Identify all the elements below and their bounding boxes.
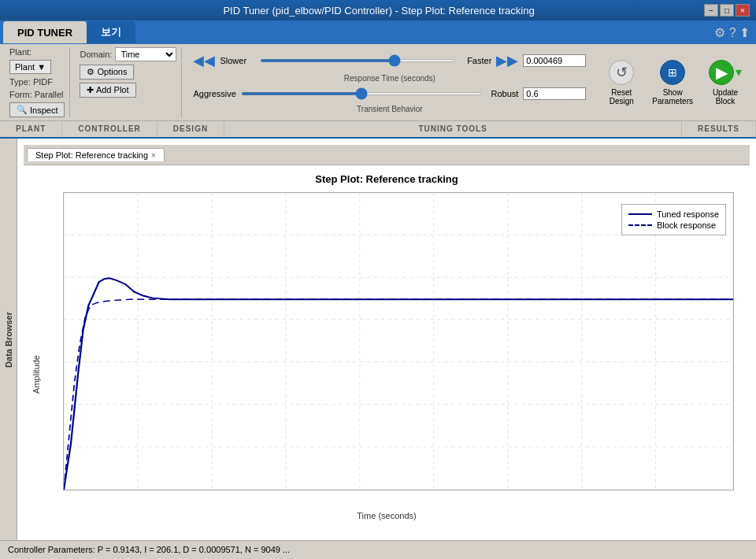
slower-label: Slower (220, 56, 255, 65)
plot-title: Step Plot: Reference tracking (32, 173, 742, 185)
legend-block: Block response (628, 220, 719, 230)
section-design: DESIGN (158, 121, 224, 137)
legend-tuned: Tuned response (628, 209, 719, 219)
plot-tab-bar: Step Plot: Reference tracking × (24, 145, 750, 165)
x-axis-label: Time (seconds) (357, 511, 416, 520)
response-time-row: ◀◀ Slower Faster ▶▶ (193, 52, 586, 69)
plant-label: Plant: (9, 47, 32, 57)
chart-svg-area: 0 0.2 0.4 0.6 0.8 1 1.2 1.4 0 0.5 1 1.5 … (63, 192, 734, 491)
update-dropdown-arrow[interactable]: ▾ (736, 65, 742, 80)
chart-wrapper: Amplitude (32, 188, 742, 522)
status-text: Controller Parameters: P = 0.9143, I = 2… (8, 545, 290, 554)
minimize-button[interactable]: − (704, 4, 718, 17)
section-results: RESULTS (682, 121, 756, 137)
section-plant: PLANT (0, 121, 62, 137)
aggressive-label: Aggressive (193, 89, 235, 98)
tuned-line-sample (628, 213, 652, 215)
plot-container: Step Plot: Reference tracking × Step Plo… (17, 139, 756, 540)
main-toolbar: Plant: Plant ▼ Type: PIDF Form: Parallel… (0, 44, 756, 121)
section-controller: CONTROLLER (62, 121, 157, 137)
form-label: Form: Parallel (9, 90, 63, 99)
inspect-button[interactable]: 🔍 Inspect (9, 102, 65, 117)
slower-arrow[interactable]: ◀◀ (193, 52, 215, 69)
reset-icon: ↺ (609, 60, 634, 85)
maximize-button[interactable]: □ (720, 4, 734, 17)
transient-row: Aggressive Robust (193, 87, 586, 100)
robust-label: Robust (487, 89, 518, 98)
transient-input[interactable] (523, 87, 586, 100)
tab-bogi[interactable]: 보기 (87, 21, 135, 43)
main-tab-bar: PID TUNER 보기 ⚙ ? ⬆ (0, 20, 756, 44)
y-axis-label: Amplitude (32, 355, 41, 394)
section-labels-bar: PLANT CONTROLLER DESIGN TUNING TOOLS RES… (0, 121, 756, 139)
update-icon: ▶ (709, 60, 734, 85)
plot-tab-close[interactable]: × (151, 151, 156, 160)
window-controls[interactable]: − □ × (704, 4, 750, 17)
plot-tab[interactable]: Step Plot: Reference tracking × (27, 148, 165, 161)
close-button[interactable]: × (736, 4, 750, 17)
faster-arrow[interactable]: ▶▶ (496, 52, 518, 69)
transient-labels: Transient Behavior (193, 105, 586, 113)
sliders-group: ◀◀ Slower Faster ▶▶ Response Time (secon… (187, 47, 592, 117)
options-button[interactable]: ⚙ Options (80, 65, 134, 80)
faster-label: Faster (460, 56, 491, 65)
block-line-sample (628, 224, 652, 226)
type-label: Type: PIDF (9, 77, 53, 87)
status-bar: Controller Parameters: P = 0.9143, I = 2… (0, 540, 756, 557)
plot-area: Step Plot: Reference tracking Amplitude (24, 165, 750, 534)
legend: Tuned response Block response (621, 204, 726, 235)
response-time-labels: Response Time (seconds) (193, 74, 586, 83)
window-title: PID Tuner (pid_elbow/PID Controller) - S… (223, 5, 534, 17)
domain-select[interactable]: Time Frequency (115, 47, 176, 61)
domain-label: Domain: (80, 50, 112, 59)
tuned-response-line (64, 278, 733, 490)
block-label: Block response (657, 220, 716, 230)
transient-slider[interactable] (241, 92, 482, 95)
section-tuning-tools: TUNING TOOLS (224, 121, 682, 137)
tuned-label: Tuned response (657, 209, 719, 219)
data-browser-label: Data Browser (4, 312, 13, 368)
domain-group: Domain: Time Frequency ⚙ Options ✚ Add P… (75, 47, 182, 117)
response-time-slider[interactable] (260, 59, 455, 62)
plant-select[interactable]: Plant ▼ (9, 60, 51, 74)
block-response-line (64, 299, 733, 490)
chart-svg: 0 0.2 0.4 0.6 0.8 1 1.2 1.4 0 0.5 1 1.5 … (64, 193, 733, 490)
tab-pid-tuner[interactable]: PID TUNER (3, 21, 87, 43)
response-time-input[interactable] (523, 54, 586, 67)
action-buttons-group: ↺ Reset Design ⊞ Show Parameters ▶ ▾ Upd… (597, 47, 751, 117)
show-params-icon: ⊞ (660, 60, 685, 85)
show-parameters-button[interactable]: ⊞ Show Parameters (647, 57, 698, 109)
reset-design-button[interactable]: ↺ Reset Design (602, 57, 641, 109)
plant-group: Plant: Plant ▼ Type: PIDF Form: Parallel… (5, 47, 70, 117)
add-plot-button[interactable]: ✚ Add Plot (80, 83, 135, 98)
data-browser-sidebar: Data Browser (0, 139, 17, 540)
update-block-button[interactable]: ▶ ▾ Update Block (704, 57, 747, 109)
main-area: Data Browser Step Plot: Reference tracki… (0, 139, 756, 540)
title-bar: PID Tuner (pid_elbow/PID Controller) - S… (0, 0, 756, 20)
